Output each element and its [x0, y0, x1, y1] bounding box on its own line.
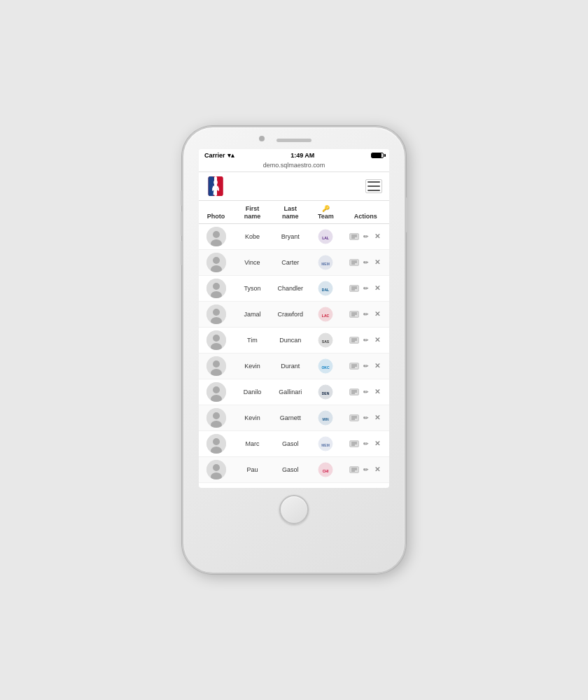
cell-lastname: Gasol: [272, 430, 309, 456]
svg-point-52: [213, 360, 220, 368]
cell-firstname: Tyson: [233, 275, 271, 301]
delete-button[interactable]: ✕: [372, 440, 382, 447]
edit-button[interactable]: ✏: [361, 285, 370, 292]
edit-button[interactable]: ✏: [361, 259, 370, 266]
detail-button[interactable]: [349, 259, 359, 266]
edit-button[interactable]: ✏: [361, 440, 370, 447]
table-row: Kevin Garnett MIN ✏: [199, 405, 389, 430]
detail-button[interactable]: [349, 311, 359, 318]
detail-button[interactable]: [349, 363, 359, 370]
cell-team: DAL: [309, 275, 342, 301]
player-avatar: [206, 330, 226, 350]
cell-photo: [199, 379, 233, 405]
cell-lastname: Durant: [272, 353, 309, 379]
team-logo: MIN: [318, 410, 333, 426]
detail-button[interactable]: [349, 337, 359, 344]
cell-actions: ✏ ✕: [342, 223, 389, 249]
detail-button[interactable]: [349, 285, 359, 292]
action-icons-group: ✏ ✕: [344, 414, 388, 421]
edit-button[interactable]: ✏: [361, 414, 370, 421]
carrier-info: Carrier ▾▴: [204, 152, 234, 159]
cell-lastname: Crawford: [272, 301, 309, 327]
cell-team: CHI: [309, 456, 342, 482]
cell-photo: [199, 456, 233, 482]
hamburger-line-3: [368, 190, 380, 191]
cell-team: LAC: [309, 301, 342, 327]
home-button[interactable]: [279, 495, 309, 524]
svg-text:LAL: LAL: [322, 236, 329, 240]
svg-point-7: [213, 231, 220, 238]
svg-point-5: [214, 180, 218, 185]
detail-button[interactable]: [349, 466, 359, 473]
cell-lastname: Bryant: [272, 223, 309, 249]
cell-actions: ✏ ✕: [342, 379, 389, 405]
delete-button[interactable]: ✕: [372, 337, 382, 344]
action-icons-group: ✏ ✕: [344, 259, 388, 266]
cell-firstname: Jamal: [233, 301, 271, 327]
volume-down-button[interactable]: [181, 241, 183, 265]
cell-lastname: Carter: [272, 249, 309, 275]
cell-team: MEM: [309, 249, 342, 275]
mute-button[interactable]: [181, 190, 183, 206]
table-row: Danilo Gallinari DEN: [199, 379, 389, 405]
action-icons-group: ✏ ✕: [344, 440, 388, 447]
edit-button[interactable]: ✏: [361, 363, 370, 370]
delete-button[interactable]: ✕: [372, 285, 382, 292]
phone-device: Carrier ▾▴ 1:49 AM demo.sqlmaestro.com: [182, 126, 406, 574]
cell-actions: ✏ ✕: [342, 430, 389, 456]
menu-button[interactable]: [365, 179, 382, 193]
cell-firstname: Tim: [233, 327, 271, 353]
edit-button[interactable]: ✏: [361, 233, 370, 240]
url-bar[interactable]: demo.sqlmaestro.com: [199, 160, 389, 172]
cell-actions: ✏ ✕: [342, 301, 389, 327]
delete-button[interactable]: ✕: [372, 363, 382, 370]
delete-button[interactable]: ✕: [372, 259, 382, 266]
svg-text:CHI: CHI: [323, 469, 329, 473]
volume-up-button[interactable]: [181, 211, 183, 236]
svg-rect-4: [217, 176, 223, 196]
svg-point-16: [213, 257, 220, 264]
players-table: Photo Firstname Lastname 🔑Team Actions: [199, 201, 389, 483]
cell-actions: ✏ ✕: [342, 327, 389, 353]
delete-button[interactable]: ✕: [372, 388, 382, 396]
delete-button[interactable]: ✕: [372, 311, 382, 318]
cell-photo: [199, 430, 233, 456]
table-row: Pau Gasol CHI ✏: [199, 456, 389, 482]
action-icons-group: ✏ ✕: [344, 388, 388, 396]
detail-button[interactable]: [349, 414, 359, 421]
power-button[interactable]: [405, 197, 407, 232]
players-table-container[interactable]: Photo Firstname Lastname 🔑Team Actions: [199, 201, 389, 488]
detail-button[interactable]: [349, 388, 359, 396]
table-header-row: Photo Firstname Lastname 🔑Team Actions: [199, 201, 389, 223]
cell-team: DEN: [309, 379, 342, 405]
svg-text:LAC: LAC: [322, 314, 330, 318]
table-row: Tyson Chandler DAL ✏: [199, 275, 389, 301]
edit-button[interactable]: ✏: [361, 337, 370, 344]
delete-button[interactable]: ✕: [372, 466, 382, 473]
cell-firstname: Kevin: [233, 405, 271, 430]
cell-lastname: Gallinari: [272, 379, 309, 405]
svg-text:DAL: DAL: [322, 288, 329, 292]
col-header-photo: Photo: [199, 201, 233, 223]
edit-button[interactable]: ✏: [361, 311, 370, 318]
edit-button[interactable]: ✏: [361, 466, 370, 473]
team-logo: MEM: [318, 436, 333, 451]
cell-photo: [199, 301, 233, 327]
cell-firstname: Pau: [233, 456, 271, 482]
cell-actions: ✏ ✕: [342, 353, 389, 379]
svg-point-70: [213, 412, 220, 419]
svg-point-34: [213, 309, 220, 316]
delete-button[interactable]: ✕: [372, 233, 382, 240]
delete-button[interactable]: ✕: [372, 414, 382, 421]
cell-team: MIN: [309, 405, 342, 430]
detail-button[interactable]: [349, 440, 359, 447]
detail-button[interactable]: [349, 233, 359, 240]
table-row: Tim Duncan SAS ✏: [199, 327, 389, 353]
player-avatar: [206, 227, 226, 246]
app-header: [199, 172, 389, 201]
cell-team: MEM: [309, 430, 342, 456]
team-logo: CHI: [318, 462, 333, 477]
edit-button[interactable]: ✏: [361, 388, 370, 396]
player-avatar: [206, 434, 226, 454]
team-logo: LAL: [318, 229, 333, 244]
